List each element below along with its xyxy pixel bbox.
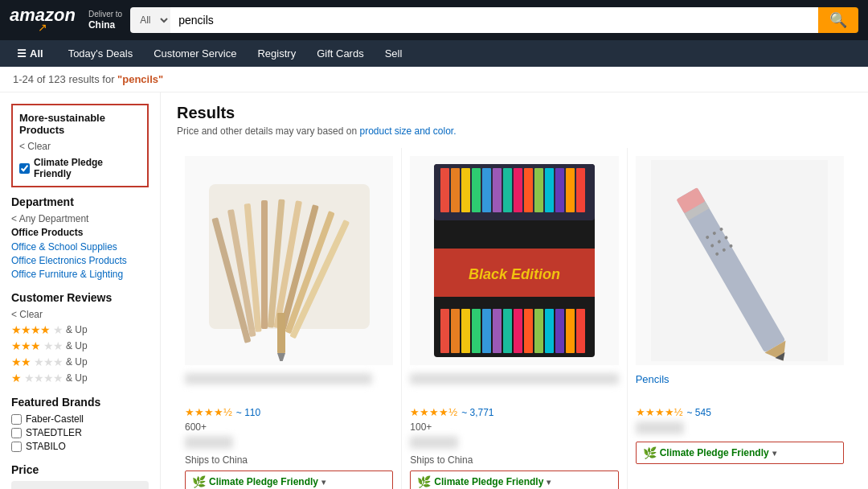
count-text-1: 600+	[185, 421, 393, 433]
svg-rect-32	[461, 309, 470, 353]
search-category-select[interactable]: All	[130, 7, 170, 33]
star-2-label: & Up	[66, 356, 88, 368]
brand-stabilo-checkbox[interactable]	[11, 442, 22, 452]
rating-row-2: ★★★★½ ~ 3,771	[410, 406, 618, 418]
climate-badge-2[interactable]: 🌿 Climate Pledge Friendly ▾	[410, 471, 618, 489]
nav-all-button[interactable]: ☰ All	[10, 43, 51, 64]
star-row-2[interactable]: ★★★★★ & Up	[11, 355, 149, 368]
climate-pledge-checkbox[interactable]	[19, 163, 30, 174]
product-name-1[interactable]	[185, 373, 393, 402]
review-clear-link[interactable]: Clear	[11, 309, 149, 320]
star-row-3[interactable]: ★★★★★ & Up	[11, 339, 149, 352]
star-row-1[interactable]: ★★★★★ & Up	[11, 372, 149, 384]
star-3-label: & Up	[66, 340, 88, 351]
ships-2: Ships to China	[410, 454, 618, 466]
price-section: Price Go	[11, 463, 149, 489]
logo-arrow: ↗	[38, 21, 47, 34]
svg-rect-14	[440, 168, 449, 212]
product-image-3[interactable]	[636, 156, 844, 365]
nav-customer-service[interactable]: Customer Service	[150, 44, 240, 63]
results-count: 1-24 of 123 results for	[13, 73, 114, 85]
nav-gift-cards[interactable]: Gift Cards	[313, 44, 367, 63]
product-image-1[interactable]	[185, 156, 393, 365]
svg-rect-33	[472, 309, 481, 353]
dept-office-products: Office Products	[11, 227, 149, 238]
search-bar: All 🔍	[130, 7, 858, 33]
climate-dropdown-3: ▾	[772, 449, 776, 458]
leaf-icon-1: 🌿	[192, 475, 206, 488]
brand-staedtler: STAEDTLER	[11, 427, 149, 438]
nav-sell[interactable]: Sell	[382, 44, 406, 63]
nav-todays-deals[interactable]: Today's Deals	[65, 44, 137, 63]
amazon-logo[interactable]: amazon ↗	[10, 6, 76, 34]
svg-rect-23	[534, 168, 543, 212]
price-blur-1	[185, 436, 233, 449]
svg-rect-36	[503, 309, 512, 353]
dept-electronics[interactable]: Office Electronics Products	[11, 255, 149, 266]
stars-icon-3: ★★★★½	[636, 406, 683, 418]
leaf-icon-2: 🌿	[417, 475, 431, 488]
results-subtitle: Price and other details may vary based o…	[177, 125, 852, 137]
svg-rect-16	[461, 168, 470, 212]
customer-reviews-title: Customer Reviews	[11, 291, 149, 304]
rating-count-1[interactable]: ~ 110	[236, 407, 260, 418]
climate-badge-label-1: Climate Pledge Friendly	[209, 476, 318, 487]
dept-school-supplies[interactable]: Office & School Supplies	[11, 241, 149, 253]
brand-faber-checkbox[interactable]	[11, 414, 22, 425]
product-card-3: Pencils ★★★★½ ~ 545 🌿 Climate Pledge Fri…	[628, 148, 852, 489]
svg-rect-4	[261, 200, 268, 329]
product-svg-2: Black Edition	[426, 160, 603, 361]
star-4-label: & Up	[66, 324, 88, 335]
star-row-4[interactable]: ★★★★★ & Up	[11, 323, 149, 336]
ships-1: Ships to China	[185, 454, 393, 466]
svg-rect-15	[451, 168, 460, 212]
stars-4-icon: ★★★★	[11, 323, 50, 336]
brand-staedtler-checkbox[interactable]	[11, 428, 22, 438]
search-button[interactable]: 🔍	[818, 7, 858, 33]
svg-rect-39	[534, 309, 543, 353]
brand-stabilo-label[interactable]: STABILO	[26, 441, 66, 452]
svg-rect-17	[472, 168, 481, 212]
brand-stabilo: STABILO	[11, 441, 149, 452]
content-area: Results Price and other details may vary…	[161, 92, 868, 489]
star-1-label: & Up	[66, 372, 88, 384]
climate-badge-1[interactable]: 🌿 Climate Pledge Friendly ▾	[185, 471, 393, 489]
main-layout: More-sustainable Products Clear Climate …	[0, 92, 868, 489]
price-bar	[11, 481, 149, 489]
svg-rect-22	[524, 168, 533, 212]
deliver-to[interactable]: Deliver to China	[88, 10, 122, 31]
svg-text:Black Edition: Black Edition	[469, 266, 560, 282]
climate-dropdown-2: ▾	[547, 478, 551, 487]
product-card-1: ★★★★½ ~ 110 600+ Ships to China 🌿 Climat…	[177, 148, 402, 489]
dept-furniture[interactable]: Office Furniture & Lighting	[11, 269, 149, 280]
product-card-2: Black Edition	[402, 148, 627, 489]
nav-registry[interactable]: Registry	[254, 44, 299, 63]
rating-count-2[interactable]: ~ 3,771	[461, 407, 493, 418]
rating-count-3[interactable]: ~ 545	[687, 407, 711, 418]
product-name-2[interactable]	[410, 373, 618, 402]
climate-badge-label-2: Climate Pledge Friendly	[434, 476, 543, 487]
product-svg-3	[651, 160, 828, 361]
svg-rect-19	[493, 168, 502, 212]
subtitle-link: product size and color.	[359, 125, 456, 137]
product-name-blur-1	[185, 373, 372, 384]
svg-rect-37	[514, 309, 522, 353]
department-title: Department	[11, 195, 149, 208]
product-image-2[interactable]: Black Edition	[410, 156, 618, 365]
price-blur-2	[410, 436, 458, 449]
price-blur-3	[636, 421, 684, 434]
svg-rect-40	[545, 309, 554, 353]
search-input[interactable]	[170, 7, 818, 33]
climate-badge-3[interactable]: 🌿 Climate Pledge Friendly ▾	[636, 442, 844, 464]
climate-dropdown-1: ▾	[321, 478, 326, 487]
climate-pledge-filter-label[interactable]: Climate Pledge Friendly	[34, 157, 141, 179]
stars-icon-2: ★★★★½	[410, 406, 457, 418]
svg-rect-38	[524, 309, 533, 353]
nav-all-label: All	[30, 47, 43, 60]
brand-staedtler-label[interactable]: STAEDTLER	[26, 427, 82, 438]
results-header: 1-24 of 123 results for "pencils"	[0, 67, 868, 92]
product-name-3[interactable]: Pencils	[636, 373, 844, 402]
brand-faber-label[interactable]: Faber-Castell	[26, 413, 84, 425]
any-department-link[interactable]: Any Department	[11, 213, 149, 224]
sustainable-clear-link[interactable]: Clear	[19, 141, 141, 152]
